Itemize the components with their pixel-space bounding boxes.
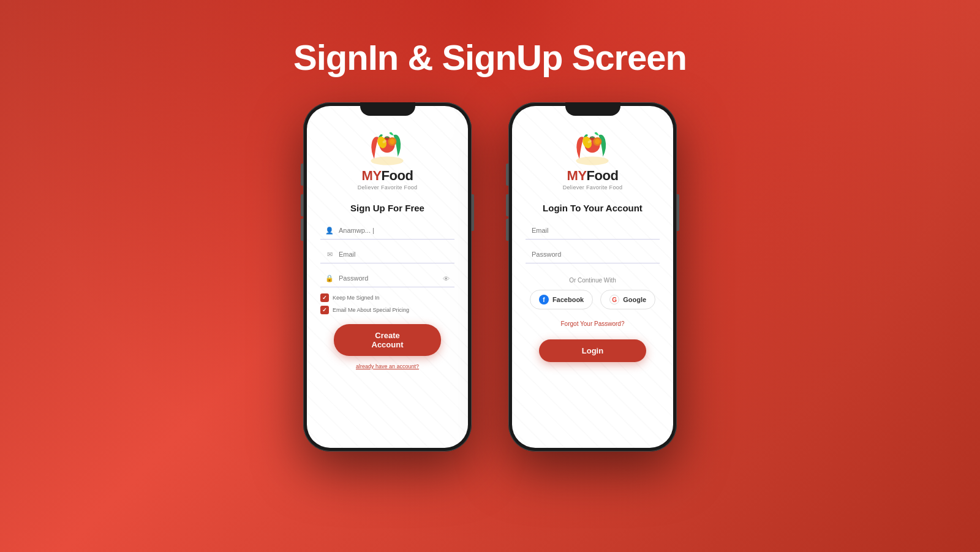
svg-point-5 [390, 139, 395, 144]
app-logo-icon-2 [571, 128, 614, 168]
or-divider: Or Continue With [569, 277, 616, 284]
already-have-account-link[interactable]: already have an account? [356, 363, 419, 369]
name-input[interactable] [320, 222, 454, 240]
keep-signed-in-row: Keep Me Signed In [320, 293, 454, 302]
phone-notch [360, 102, 415, 116]
user-icon: 👤 [325, 227, 334, 235]
app-tagline: Deliever Favorite Food [358, 184, 418, 191]
app-name: MYFood [362, 168, 413, 184]
show-password-icon[interactable]: 👁 [443, 275, 450, 282]
phone-screen: MYFood Deliever Favorite Food Sign Up Fo… [307, 106, 468, 448]
login-phone-screen: MYFood Deliever Favorite Food Login To Y… [512, 106, 673, 448]
signup-heading: Sign Up For Free [350, 203, 424, 213]
facebook-icon: f [539, 295, 549, 304]
login-heading: Login To Your Account [543, 203, 643, 213]
keep-signed-in-label: Keep Me Signed In [333, 295, 380, 301]
login-email-group [526, 222, 660, 240]
login-button[interactable]: Login [539, 339, 646, 362]
login-email-input[interactable] [526, 222, 660, 240]
login-logo-area: MYFood Deliever Favorite Food [563, 128, 623, 191]
google-login-button[interactable]: G Google [600, 290, 655, 309]
login-password-group [526, 246, 660, 263]
social-buttons-row: f Facebook G Google [530, 290, 655, 309]
keep-signed-in-checkbox[interactable] [320, 293, 329, 302]
login-phone: MYFood Deliever Favorite Food Login To Y… [508, 102, 677, 452]
facebook-login-button[interactable]: f Facebook [530, 290, 593, 309]
forgot-password-link[interactable]: Forgot Your Password? [561, 320, 625, 327]
login-password-input[interactable] [526, 246, 660, 263]
signup-phone: MYFood Deliever Favorite Food Sign Up Fo… [303, 102, 472, 452]
login-screen-content: MYFood Deliever Favorite Food Login To Y… [512, 106, 673, 448]
google-icon: G [609, 295, 619, 304]
password-input[interactable] [320, 270, 454, 287]
svg-point-0 [371, 157, 404, 165]
phone-notch-2 [565, 102, 620, 116]
email-pricing-row: Email Me About Special Pricing [320, 306, 454, 314]
create-account-button[interactable]: Create Account [334, 324, 441, 356]
facebook-label: Facebook [552, 296, 584, 303]
name-input-group: 👤 [320, 222, 454, 240]
google-label: Google [623, 296, 646, 303]
password-input-group: 🔒 👁 [320, 270, 454, 287]
phones-container: MYFood Deliever Favorite Food Sign Up Fo… [303, 102, 677, 452]
login-app-tagline: Deliever Favorite Food [563, 184, 623, 191]
email-pricing-label: Email Me About Special Pricing [333, 307, 409, 313]
lock-icon: 🔒 [325, 274, 334, 283]
logo-area: MYFood Deliever Favorite Food [358, 128, 418, 191]
svg-point-12 [595, 139, 600, 144]
email-input-group: ✉ [320, 246, 454, 263]
svg-point-7 [576, 157, 609, 165]
email-icon: ✉ [325, 251, 334, 259]
page-title: SignIn & SignUp Screen [293, 37, 687, 78]
email-input[interactable] [320, 246, 454, 263]
signup-screen-content: MYFood Deliever Favorite Food Sign Up Fo… [307, 106, 468, 448]
app-logo-icon [366, 128, 409, 168]
login-app-name: MYFood [567, 168, 619, 184]
email-pricing-checkbox[interactable] [320, 306, 329, 314]
